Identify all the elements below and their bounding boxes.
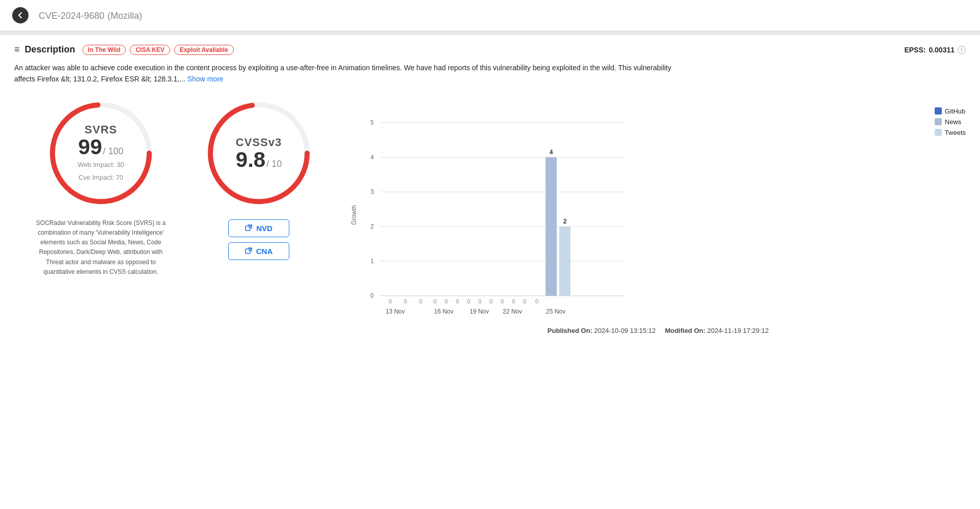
- chart-legend: GitHub News Tweets: [935, 107, 966, 136]
- cve-vendor: (Mozilla): [107, 11, 142, 21]
- chart-y-label: Growth: [350, 205, 358, 225]
- legend-tweets-label: Tweets: [945, 129, 966, 136]
- svg-text:0: 0: [419, 298, 422, 304]
- scores-row: SVRS 99 / 100 Web Impact: 30 Cve Impact:…: [14, 97, 966, 334]
- main-content: ≡ Description In The Wild CISA KEV Explo…: [0, 35, 980, 354]
- svg-text:0: 0: [478, 298, 481, 304]
- svg-text:0: 0: [512, 298, 515, 304]
- svg-text:0: 0: [489, 298, 493, 304]
- published-label: Published On:: [548, 327, 592, 334]
- cna-label: CNA: [256, 247, 273, 256]
- description-text: An attacker was able to achieve code exe…: [14, 62, 676, 85]
- modified-value: 2024-11-19 17:29:12: [707, 327, 769, 334]
- epss-info-icon[interactable]: i: [958, 46, 966, 54]
- published-value: 2024-10-09 13:15:12: [594, 327, 656, 334]
- legend-github-box: [935, 107, 942, 115]
- svg-text:0: 0: [370, 292, 374, 299]
- epss-label-text: EPSS:: [904, 46, 925, 54]
- nvd-label: NVD: [256, 224, 273, 233]
- svg-text:4: 4: [550, 149, 553, 156]
- page-header: CVE-2024-9680(Mozilla): [0, 0, 980, 31]
- svg-text:19 Nov: 19 Nov: [470, 308, 489, 315]
- nvd-button[interactable]: NVD: [228, 219, 289, 237]
- svg-text:0: 0: [523, 298, 526, 304]
- bar-26nov-2: [559, 227, 570, 296]
- svg-text:16 Nov: 16 Nov: [434, 308, 453, 315]
- legend-news-label: News: [945, 118, 962, 126]
- svrs-denom: / 100: [103, 146, 123, 157]
- svrs-column: SVRS 99 / 100 Web Impact: 30 Cve Impact:…: [14, 97, 187, 277]
- chart-main: 5 4 3 2 1: [360, 97, 927, 323]
- modified-label: Modified On:: [665, 327, 705, 334]
- svg-text:2: 2: [370, 223, 374, 230]
- cve-id: CVE-2024-9680: [39, 11, 104, 21]
- svg-text:0: 0: [456, 298, 459, 304]
- svrs-inner: SVRS 99 / 100 Web Impact: 30 Cve Impact:…: [45, 97, 157, 209]
- svrs-web-impact: Web Impact: 30: [78, 160, 124, 171]
- legend-github: GitHub: [935, 107, 966, 115]
- legend-github-label: GitHub: [945, 107, 965, 115]
- cvss-score: 9.8: [236, 149, 265, 171]
- badge-cisa-kev[interactable]: CISA KEV: [130, 45, 170, 55]
- svg-text:3: 3: [370, 188, 374, 195]
- cvss-label: CVSSv3: [236, 136, 282, 149]
- svg-text:4: 4: [370, 154, 374, 161]
- cna-button[interactable]: CNA: [228, 242, 289, 260]
- svg-text:2: 2: [563, 218, 567, 225]
- description-header: ≡ Description In The Wild CISA KEV Explo…: [14, 44, 966, 55]
- show-more-link[interactable]: Show more: [187, 75, 224, 83]
- chart-column: Growth 5 4 3: [330, 97, 966, 334]
- page-title: CVE-2024-9680(Mozilla): [36, 10, 142, 21]
- legend-tweets: Tweets: [935, 129, 966, 136]
- svg-text:0: 0: [389, 298, 392, 304]
- svg-text:0: 0: [404, 298, 407, 304]
- back-button[interactable]: [12, 7, 29, 23]
- svg-text:1: 1: [370, 258, 374, 265]
- cvss-inner: CVSSv3 9.8 / 10: [203, 97, 315, 209]
- bar-chart: 5 4 3 2 1: [360, 97, 655, 321]
- epss-score: EPSS: 0.00311 i: [904, 46, 966, 54]
- svg-text:22 Nov: 22 Nov: [503, 308, 522, 315]
- description-body: An attacker was able to achieve code exe…: [14, 64, 671, 83]
- divider-bar: [0, 31, 980, 35]
- badge-in-the-wild[interactable]: In The Wild: [83, 45, 126, 55]
- svg-text:0: 0: [445, 298, 448, 304]
- cvss-column: CVSSv3 9.8 / 10 NVD C: [187, 97, 330, 265]
- cvss-circle: CVSSv3 9.8 / 10: [203, 97, 315, 209]
- svg-text:13 Nov: 13 Nov: [386, 308, 405, 315]
- published-row: Published On: 2024-10-09 13:15:12 Modifi…: [350, 327, 966, 334]
- description-title: Description: [25, 44, 75, 55]
- svg-text:0: 0: [501, 298, 504, 304]
- svrs-score: 99: [78, 136, 102, 158]
- svrs-cve-impact: Cve Impact: 70: [78, 173, 123, 183]
- legend-tweets-box: [935, 129, 942, 136]
- svg-text:0: 0: [467, 298, 470, 304]
- svg-text:0: 0: [535, 298, 538, 304]
- badge-exploit-available[interactable]: Exploit Avaliable: [174, 45, 234, 55]
- svg-text:0: 0: [433, 298, 437, 304]
- description-icon: ≡: [14, 44, 20, 55]
- epss-value: 0.00311: [929, 46, 955, 54]
- svg-text:5: 5: [370, 119, 374, 126]
- svg-text:25 Nov: 25 Nov: [546, 308, 565, 315]
- cvss-denom: / 10: [266, 159, 282, 169]
- svrs-circle: SVRS 99 / 100 Web Impact: 30 Cve Impact:…: [45, 97, 157, 209]
- legend-news: News: [935, 118, 966, 126]
- chart-wrapper: Growth 5 4 3: [350, 97, 966, 323]
- svrs-description: SOCRadar Vulnerability Risk Score (SVRS)…: [32, 218, 170, 277]
- bar-25nov-4: [546, 157, 557, 296]
- legend-news-box: [935, 118, 942, 125]
